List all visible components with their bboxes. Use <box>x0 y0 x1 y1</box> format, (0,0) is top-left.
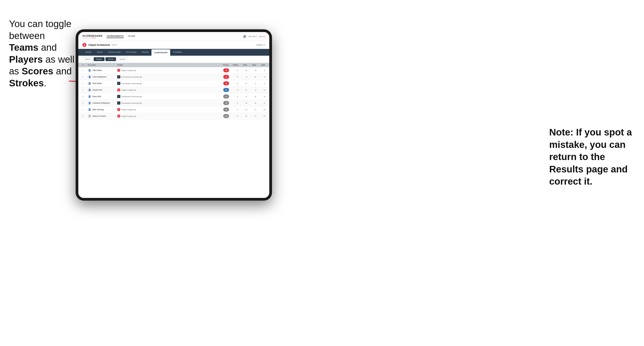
player-avatar: 👤 <box>88 82 92 85</box>
th-rd3: RD3 <box>256 64 265 66</box>
total-cell: -4 <box>216 75 229 79</box>
player-name: Elliot Ebert <box>92 69 102 71</box>
team-logo-icon: C <box>117 108 120 111</box>
rd3-cell: +6 <box>256 109 265 111</box>
thru-cell: F <box>229 69 238 71</box>
nav-teams[interactable]: TEAMS <box>128 35 136 38</box>
rd1-cell: -5 <box>238 76 247 78</box>
tab-printables[interactable]: Printables <box>170 49 185 56</box>
team-cell: ▪ Scoreboard University [A] <box>117 101 216 105</box>
tab-tee-groups[interactable]: Tee Groups <box>123 49 139 56</box>
rd2-cell: -2 <box>247 82 256 85</box>
row-number: 1 <box>82 69 88 71</box>
total-cell: +8 <box>216 108 229 112</box>
player-avatar: 👤 <box>88 68 92 72</box>
player-avatar: 👤 <box>88 95 92 98</box>
player-cell: 👤 Blair McHarg <box>88 108 117 111</box>
table-row: 8 🏌 Marcus Turners C Clippd College [A] … <box>78 113 269 120</box>
toggle-strokes[interactable]: Strokes <box>117 57 128 61</box>
rd2-cell: E <box>247 96 256 98</box>
tab-course-setup[interactable]: Course Setup <box>106 49 123 56</box>
tournament-title-row: C Clippd Invitational (Men) <box>82 43 117 47</box>
total-score-badge: -4 <box>223 75 229 79</box>
team-name: Scoreboard University [A] <box>121 82 142 85</box>
team-cell: ▪ Scoreboard University [A] <box>117 95 216 98</box>
rd3-cell: +2 <box>256 115 265 117</box>
tab-leaderboards[interactable]: Leaderboards <box>152 49 170 56</box>
thru-cell: F <box>229 76 238 78</box>
table-row: 5 👤 Rees Britt ▪ Scoreboard University [… <box>78 93 269 100</box>
total-score-badge: +11 <box>223 114 229 118</box>
row-number: 5 <box>82 96 88 98</box>
player-cell: 👤 Rees Britt <box>88 95 117 98</box>
table-row: 1 👤 Elliot Ebert C Clippd College [A] -8… <box>78 67 269 74</box>
player-name: Cameron Robertson <box>92 102 110 104</box>
team-cell: C Clippd College [A] <box>117 69 216 72</box>
toggle-row: Teams Players Scores Strokes <box>78 56 269 63</box>
cancel-button[interactable]: Cancel ✕ <box>256 44 265 46</box>
total-score-badge: +8 <box>223 108 229 112</box>
row-number: 3 <box>82 82 88 85</box>
team-logo-icon: C <box>117 88 120 92</box>
rd2-cell: -6 <box>247 69 256 71</box>
rd1-cell: +3 <box>238 69 247 71</box>
sign-out-link[interactable]: Sign out <box>259 35 265 37</box>
user-avatar: 👤 <box>243 35 246 38</box>
team-cell: C Clippd College [A] <box>117 88 216 92</box>
player-name: Chris Robertson <box>92 76 106 78</box>
player-cell: 👤 Cameron Robertson <box>88 101 117 105</box>
rd3-cell: -1 <box>256 82 265 85</box>
sub-navigation: Details Teams Course Setup Tee Groups Re… <box>78 49 269 56</box>
th-player: PLAYER <box>88 64 117 66</box>
thru-cell: F <box>229 89 238 91</box>
user-label: Test User | <box>248 35 257 37</box>
player-avatar: 👤 <box>88 75 92 79</box>
nav-tournaments[interactable]: TOURNAMENTS <box>106 35 124 38</box>
close-icon: ✕ <box>264 44 265 46</box>
player-name: Marcus Turners <box>92 115 106 117</box>
tournament-bar: C Clippd Invitational (Men) Cancel ✕ <box>78 41 269 49</box>
table-row: 4 👤 David Ford C Clippd College [A] E F … <box>78 87 269 93</box>
team-logo-icon: ▪ <box>117 95 120 98</box>
rd2-cell: +1 <box>247 109 256 111</box>
tab-results[interactable]: Results <box>139 49 152 56</box>
leaderboard-table: 1 👤 Elliot Ebert C Clippd College [A] -8… <box>78 67 269 198</box>
player-cell: 👤 David Ford <box>88 88 117 92</box>
toggle-scores[interactable]: Scores <box>106 57 116 61</box>
player-name: David Ford <box>92 89 102 91</box>
th-rd2: RD2 <box>247 64 256 66</box>
header-user-area: 👤 Test User | Sign out <box>243 35 265 38</box>
total-score-badge: E <box>223 88 229 92</box>
toggle-teams[interactable]: Teams <box>82 57 93 61</box>
total-cell: +6 <box>216 101 229 105</box>
rd2-cell: +2 <box>247 102 256 104</box>
team-name: Scoreboard University [A] <box>121 76 142 78</box>
player-cell: 🏌 Marcus Turners <box>88 114 117 118</box>
team-name: Scoreboard University [A] <box>121 96 142 98</box>
row-number: 2 <box>82 76 88 78</box>
rd3-cell: -4 <box>256 76 265 78</box>
team-logo-icon: C <box>117 69 120 72</box>
total-cell: +11 <box>216 114 229 118</box>
team-name: Clippd College [A] <box>121 109 136 111</box>
main-nav: TOURNAMENTS TEAMS <box>106 35 243 38</box>
tab-teams[interactable]: Teams <box>94 49 106 56</box>
th-rd1: RD1 <box>238 64 247 66</box>
tournament-logo: C <box>82 43 86 47</box>
table-row: 7 👤 Blair McHarg C Clippd College [A] +8… <box>78 106 269 113</box>
toggle-players[interactable]: Players <box>94 57 105 61</box>
player-avatar: 👤 <box>88 101 92 105</box>
rd1-cell: +1 <box>238 89 247 91</box>
team-logo-icon: C <box>117 115 120 118</box>
tab-details[interactable]: Details <box>82 49 94 56</box>
tournament-gender: (Men) <box>112 44 117 46</box>
player-name: Rich Butler <box>92 82 102 85</box>
player-avatar: 👤 <box>88 88 92 92</box>
rd2-cell: -4 <box>247 89 256 91</box>
player-cell: 👤 Rich Butler <box>88 82 117 85</box>
rd1-cell: +2 <box>238 109 247 111</box>
th-num: # <box>82 64 88 66</box>
thru-cell: F <box>229 115 238 117</box>
rd1-cell: +5 <box>238 102 247 104</box>
team-cell: C Clippd College [A] <box>117 108 216 111</box>
